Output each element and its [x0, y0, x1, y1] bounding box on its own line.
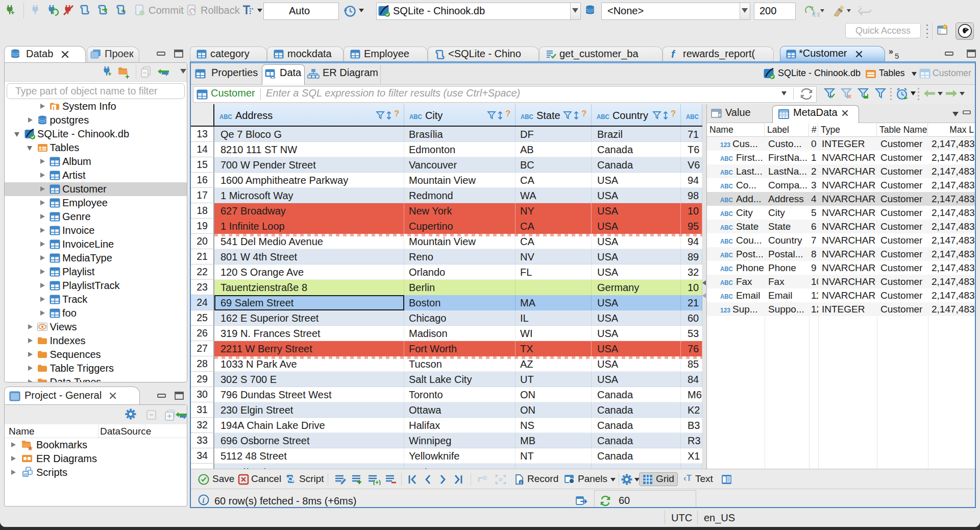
svg-text:<>: <>	[270, 75, 276, 79]
svg-text:+: +	[11, 9, 15, 16]
svg-text:i: i	[53, 105, 55, 111]
svg-text:f: f	[671, 49, 676, 59]
svg-text:i: i	[521, 480, 522, 485]
svg-text:+: +	[108, 70, 112, 78]
svg-text:+: +	[121, 6, 126, 15]
svg-text:(+): (+)	[373, 479, 381, 485]
svg-text:i: i	[203, 497, 205, 504]
svg-text:((·)): ((·))	[813, 12, 820, 17]
